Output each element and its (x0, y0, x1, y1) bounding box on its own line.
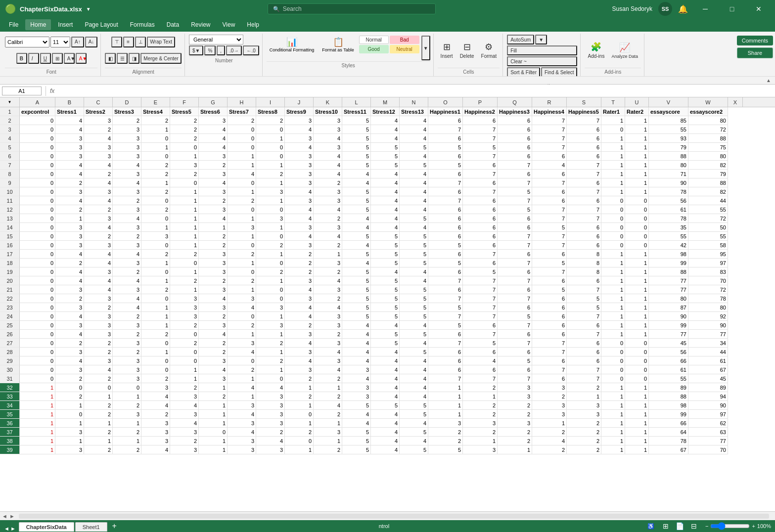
cell-r39-c6[interactable]: 3 (170, 445, 199, 454)
cell-r12-c3[interactable]: 2 (84, 205, 113, 214)
cell-r5-c15[interactable]: 5 (428, 143, 463, 152)
cell-r31-c9[interactable]: 0 (256, 374, 285, 383)
cell-r35-c16[interactable]: 2 (463, 410, 498, 419)
cell-r3-c18[interactable]: 7 (532, 125, 567, 134)
cell-r17-c9[interactable]: 1 (256, 250, 285, 259)
sheet-tab-chapterSixData[interactable]: ChapterSixData (19, 522, 74, 532)
cell-r18-c15[interactable]: 5 (428, 259, 463, 267)
cell-r29-c7[interactable]: 3 (199, 356, 228, 365)
row-header-28[interactable]: 28 (0, 348, 20, 356)
cell-r21-c22[interactable]: 77 (649, 285, 688, 294)
cell-r34-c2[interactable]: 1 (55, 401, 84, 410)
cell-header-Stress6[interactable]: Stress6 (199, 107, 228, 116)
cell-r7-c13[interactable]: 5 (371, 161, 400, 170)
align-left-button[interactable]: ◧ (105, 53, 116, 64)
cell-r38-c13[interactable]: 4 (371, 437, 400, 445)
cell-r36-c8[interactable]: 3 (228, 419, 256, 428)
cell-r15-c20[interactable]: 0 (601, 232, 625, 241)
cell-r10-c19[interactable]: 7 (567, 187, 601, 196)
cell-r6-c9[interactable]: 0 (256, 152, 285, 161)
cell-r29-c22[interactable]: 66 (649, 356, 688, 365)
cell-r3-c21[interactable]: 1 (625, 125, 649, 134)
cell-header-Happiness5[interactable]: Happiness5 (567, 107, 601, 116)
cell-r26-c8[interactable]: 1 (228, 330, 256, 339)
cell-r24-c21[interactable]: 1 (625, 312, 649, 321)
cell-r38-c12[interactable]: 5 (342, 437, 371, 445)
cell-r36-c4[interactable]: 1 (113, 419, 141, 428)
cell-r10-c20[interactable]: 1 (601, 187, 625, 196)
cell-r5-c13[interactable]: 5 (371, 143, 400, 152)
cell-r39-c11[interactable]: 2 (314, 445, 342, 454)
number-format-select[interactable]: General (189, 35, 243, 44)
cell-r12-c21[interactable]: 0 (625, 205, 649, 214)
cell-r22-c19[interactable]: 5 (567, 294, 601, 303)
close-button[interactable]: ✕ (747, 1, 770, 17)
cell-r17-c8[interactable]: 2 (228, 250, 256, 259)
cell-r38-c15[interactable]: 2 (428, 437, 463, 445)
cell-r14-c18[interactable]: 5 (532, 223, 567, 232)
cell-r8-c10[interactable]: 3 (285, 170, 314, 178)
cell-r28-c18[interactable]: 7 (532, 348, 567, 356)
cell-r3-c12[interactable]: 5 (342, 125, 371, 134)
cell-r5-c22[interactable]: 79 (649, 143, 688, 152)
cell-r27-c23[interactable]: 34 (688, 339, 728, 348)
cell-r25-c21[interactable]: 1 (625, 321, 649, 330)
cell-r17-c7[interactable]: 3 (199, 250, 228, 259)
cell-r7-c6[interactable]: 3 (170, 161, 199, 170)
cell-r39-c18[interactable]: 2 (532, 445, 567, 454)
cell-r27-c5[interactable]: 0 (141, 339, 170, 348)
cell-r13-c17[interactable]: 6 (498, 214, 532, 223)
cell-r20-c17[interactable]: 7 (498, 276, 532, 285)
cell-r37-c10[interactable]: 2 (285, 428, 314, 437)
cell-r34-c10[interactable]: 1 (285, 401, 314, 410)
cell-r25-c11[interactable]: 3 (314, 321, 342, 330)
cell-r27-c11[interactable]: 3 (314, 339, 342, 348)
cell-r12-c9[interactable]: 0 (256, 205, 285, 214)
cell-r14-c12[interactable]: 4 (342, 223, 371, 232)
cell-r19-c16[interactable]: 5 (463, 267, 498, 276)
cell-header-Stress10[interactable]: Stress10 (314, 107, 342, 116)
cell-r28-c14[interactable]: 5 (400, 348, 428, 356)
cell-r16-c10[interactable]: 3 (285, 241, 314, 250)
cell-r36-c2[interactable]: 1 (55, 419, 84, 428)
menu-file[interactable]: File (4, 19, 23, 30)
cell-r9-c1[interactable]: 0 (20, 178, 55, 187)
menu-data[interactable]: Data (162, 19, 184, 30)
cell-r10-c21[interactable]: 1 (625, 187, 649, 196)
cell-r25-c9[interactable]: 3 (256, 321, 285, 330)
cell-r23-c9[interactable]: 3 (256, 303, 285, 312)
cell-r24-c20[interactable]: 1 (601, 312, 625, 321)
cell-r27-c18[interactable]: 7 (532, 339, 567, 348)
cell-r4-c21[interactable]: 1 (625, 134, 649, 143)
cell-r16-c19[interactable]: 6 (567, 241, 601, 250)
find-select-button[interactable]: Find & Select (541, 67, 577, 77)
cell-r36-c5[interactable]: 3 (141, 419, 170, 428)
cell-r33-c19[interactable]: 1 (567, 392, 601, 401)
cell-r24-c22[interactable]: 90 (649, 312, 688, 321)
cell-r24-c4[interactable]: 2 (113, 312, 141, 321)
format-as-table-button[interactable]: 📋 Format as Table (319, 36, 357, 53)
cell-r29-c3[interactable]: 3 (84, 356, 113, 365)
cell-r15-c23[interactable]: 55 (688, 232, 728, 241)
cell-r30-c7[interactable]: 4 (199, 365, 228, 374)
cell-r18-c3[interactable]: 4 (84, 259, 113, 267)
cell-r16-c5[interactable]: 0 (141, 241, 170, 250)
cell-r25-c7[interactable]: 3 (199, 321, 228, 330)
cell-r11-c5[interactable]: 0 (141, 196, 170, 205)
cell-r27-c3[interactable]: 2 (84, 339, 113, 348)
cell-r33-c21[interactable]: 1 (625, 392, 649, 401)
cell-r6-c23[interactable]: 80 (688, 152, 728, 161)
cell-r3-c4[interactable]: 3 (113, 125, 141, 134)
cell-r19-c23[interactable]: 83 (688, 267, 728, 276)
cell-r18-c8[interactable]: 1 (228, 259, 256, 267)
cell-r39-c15[interactable]: 5 (428, 445, 463, 454)
cell-r19-c4[interactable]: 2 (113, 267, 141, 276)
cell-r33-c1[interactable]: 1 (20, 392, 55, 401)
cell-r38-c21[interactable]: 1 (625, 437, 649, 445)
cell-r13-c8[interactable]: 1 (228, 214, 256, 223)
sheet-tab-sheet1[interactable]: Sheet1 (75, 522, 107, 532)
cell-r3-c6[interactable]: 2 (170, 125, 199, 134)
align-center-button[interactable]: ☰ (117, 53, 128, 64)
cell-r17-c23[interactable]: 95 (688, 250, 728, 259)
cell-r22-c20[interactable]: 1 (601, 294, 625, 303)
